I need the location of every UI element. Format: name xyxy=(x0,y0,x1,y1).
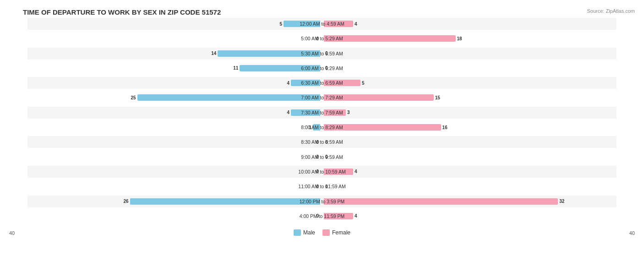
rows-container: 5412:00 AM to 4:59 AM0185:00 AM to 5:29 … xyxy=(27,18,617,222)
female-value: 15 xyxy=(435,95,440,100)
male-value: 25 xyxy=(131,95,136,100)
left-section: 0 xyxy=(27,180,322,192)
time-label: 12:00 PM to 3:59 PM xyxy=(300,199,345,204)
row-inner: 456:30 AM to 6:59 AM xyxy=(27,77,617,89)
row-inner: 5412:00 AM to 4:59 AM xyxy=(27,18,617,30)
axis-right: 40 xyxy=(629,230,635,236)
chart-row: 044:00 PM to 11:59 PM xyxy=(27,210,617,222)
male-value: 5 xyxy=(280,22,283,27)
time-label: 6:00 AM to 6:29 AM xyxy=(301,65,343,71)
row-inner: 1168:00 AM to 8:29 AM xyxy=(27,121,617,133)
female-value: 4 xyxy=(355,169,357,174)
left-section: 0 xyxy=(27,166,322,178)
chart-container: TIME OF DEPARTURE TO WORK BY SEX IN ZIP … xyxy=(0,0,644,272)
right-section: 4 xyxy=(322,166,617,178)
chart-row: 1168:00 AM to 8:29 AM xyxy=(27,121,617,133)
time-label: 5:30 AM to 5:59 AM xyxy=(301,51,343,56)
row-inner: 1106:00 AM to 6:29 AM xyxy=(27,62,617,74)
chart-row: 456:30 AM to 6:59 AM xyxy=(27,77,617,89)
chart-row: 008:30 AM to 8:59 AM xyxy=(27,136,617,148)
right-section: 4 xyxy=(322,18,617,30)
chart-row: 25157:00 AM to 7:29 AM xyxy=(27,92,617,103)
chart-row: 0011:00 AM to 11:59 AM xyxy=(27,180,617,192)
time-label: 11:00 AM to 11:59 AM xyxy=(298,184,345,189)
male-value: 26 xyxy=(124,199,129,204)
legend-female-box xyxy=(322,229,330,236)
row-inner: 1405:30 AM to 5:59 AM xyxy=(27,48,617,60)
right-section: 0 xyxy=(322,48,617,60)
left-section: 25 xyxy=(27,92,322,103)
left-section: 0 xyxy=(27,151,322,163)
left-section: 5 xyxy=(27,18,322,30)
source-label: Source: ZipAtlas.com xyxy=(587,8,635,14)
time-label: 10:00 AM to 10:59 AM xyxy=(298,169,345,174)
female-value: 32 xyxy=(559,199,564,204)
left-section: 0 xyxy=(27,33,322,44)
row-inner: 0185:00 AM to 5:29 AM xyxy=(27,33,617,44)
row-inner: 437:30 AM to 7:59 AM xyxy=(27,107,617,119)
legend-female-label: Female xyxy=(332,229,350,236)
legend-male: Male xyxy=(294,229,315,236)
right-section: 16 xyxy=(322,121,617,133)
legend-male-label: Male xyxy=(303,229,315,236)
chart-row: 437:30 AM to 7:59 AM xyxy=(27,107,617,119)
row-inner: 044:00 PM to 11:59 PM xyxy=(27,210,617,222)
time-label: 9:00 AM to 9:59 AM xyxy=(301,154,343,160)
chart-row: 1405:30 AM to 5:59 AM xyxy=(27,48,617,60)
left-section: 26 xyxy=(27,196,322,207)
right-section: 18 xyxy=(322,33,617,44)
left-section: 0 xyxy=(27,136,322,148)
row-inner: 008:30 AM to 8:59 AM xyxy=(27,136,617,148)
time-label: 8:30 AM to 8:59 AM xyxy=(301,139,343,145)
legend-male-box xyxy=(294,229,301,236)
time-label: 7:30 AM to 7:59 AM xyxy=(301,110,343,115)
time-label: 7:00 AM to 7:29 AM xyxy=(301,95,343,100)
chart-row: 263212:00 PM to 3:59 PM xyxy=(27,196,617,207)
chart-row: 0410:00 AM to 10:59 AM xyxy=(27,166,617,178)
row-inner: 009:00 AM to 9:59 AM xyxy=(27,151,617,163)
chart-row: 1106:00 AM to 6:29 AM xyxy=(27,62,617,74)
time-label: 12:00 AM to 4:59 AM xyxy=(300,21,344,27)
male-value: 4 xyxy=(287,81,290,86)
right-section: 32 xyxy=(322,196,617,207)
time-label: 4:00 PM to 11:59 PM xyxy=(300,213,345,219)
row-inner: 25157:00 AM to 7:29 AM xyxy=(27,92,617,103)
left-section: 1 xyxy=(27,121,322,133)
right-section: 0 xyxy=(322,180,617,192)
left-section: 11 xyxy=(27,62,322,74)
right-section: 5 xyxy=(322,77,617,89)
female-value: 4 xyxy=(355,213,357,218)
chart-title: TIME OF DEPARTURE TO WORK BY SEX IN ZIP … xyxy=(9,8,635,16)
row-inner: 0410:00 AM to 10:59 AM xyxy=(27,166,617,178)
male-value: 4 xyxy=(287,110,290,115)
left-section: 14 xyxy=(27,48,322,60)
right-section: 0 xyxy=(322,151,617,163)
row-inner: 263212:00 PM to 3:59 PM xyxy=(27,196,617,207)
chart-row: 0185:00 AM to 5:29 AM xyxy=(27,33,617,44)
male-value: 11 xyxy=(233,65,238,71)
bar-female xyxy=(324,35,456,42)
legend-female: Female xyxy=(322,229,350,236)
right-section: 15 xyxy=(322,92,617,103)
time-label: 8:00 AM to 8:29 AM xyxy=(301,125,343,130)
female-value: 3 xyxy=(347,110,350,115)
time-label: 5:00 AM to 5:29 AM xyxy=(301,36,343,41)
chart-row: 5412:00 AM to 4:59 AM xyxy=(27,18,617,30)
left-section: 0 xyxy=(27,210,322,222)
female-value: 4 xyxy=(355,22,357,27)
bar-male xyxy=(130,198,320,205)
axis-left: 40 xyxy=(9,230,15,236)
right-section: 3 xyxy=(322,107,617,119)
chart-row: 009:00 AM to 9:59 AM xyxy=(27,151,617,163)
female-value: 16 xyxy=(442,125,448,130)
female-value: 5 xyxy=(362,81,365,86)
time-label: 6:30 AM to 6:59 AM xyxy=(301,80,343,86)
right-section: 4 xyxy=(322,210,617,222)
bar-female xyxy=(324,198,558,205)
right-section: 0 xyxy=(322,62,617,74)
left-section: 4 xyxy=(27,107,322,119)
bar-male xyxy=(137,94,320,101)
male-value: 14 xyxy=(211,51,216,56)
female-value: 18 xyxy=(457,36,462,41)
chart-area: 5412:00 AM to 4:59 AM0185:00 AM to 5:29 … xyxy=(9,18,635,236)
